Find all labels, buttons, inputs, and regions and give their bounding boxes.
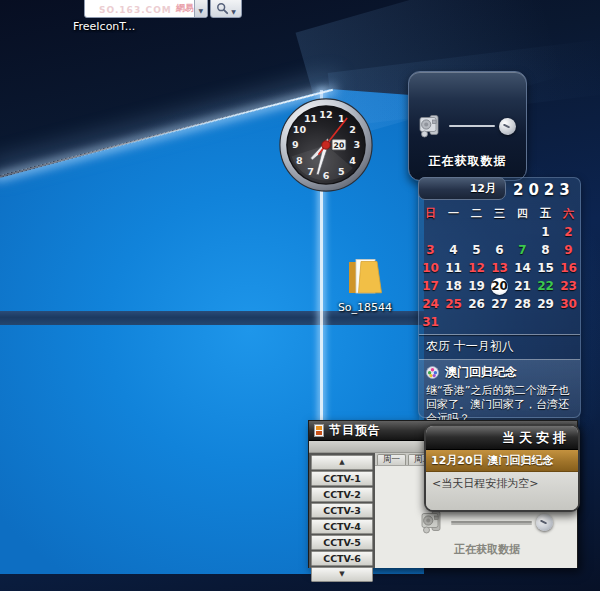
weekday-tab-1[interactable]: 周一 xyxy=(377,454,406,465)
calendar-day-9[interactable]: 9 xyxy=(557,241,580,259)
calendar-day-empty xyxy=(419,223,442,241)
calendar-day-31[interactable]: 31 xyxy=(419,313,442,331)
channel-scroll-down-button[interactable]: ▼ xyxy=(311,567,373,582)
calendar-day-13[interactable]: 13 xyxy=(488,259,511,277)
clock-gadget[interactable]: 121234567891011 20 xyxy=(278,97,374,193)
day-number: 17 xyxy=(422,280,439,292)
channel-button-cctv-5[interactable]: CCTV-5 xyxy=(311,535,373,550)
calendar-weekday-row: 日一二三四五六 xyxy=(419,206,580,221)
calendar-day-14[interactable]: 14 xyxy=(511,259,534,277)
day-number: 30 xyxy=(560,298,577,310)
calendar-day-25[interactable]: 25 xyxy=(442,295,465,313)
svg-text:3: 3 xyxy=(353,139,360,150)
channel-button-cctv-3[interactable]: CCTV-3 xyxy=(311,503,373,518)
calendar-day-empty xyxy=(465,223,488,241)
tv-radio-slider xyxy=(421,510,553,534)
weekday-label: 三 xyxy=(488,206,511,221)
channel-button-cctv-1[interactable]: CCTV-1 xyxy=(311,471,373,486)
svg-text:11: 11 xyxy=(304,113,317,124)
calendar-day-20[interactable]: 20 xyxy=(488,277,511,295)
calendar-day-1[interactable]: 1 xyxy=(534,223,557,241)
radio-knob[interactable] xyxy=(499,118,516,135)
svg-text:6: 6 xyxy=(323,170,330,181)
day-number: 29 xyxy=(537,298,554,310)
svg-text:8: 8 xyxy=(296,155,303,166)
calendar-month-selector[interactable]: 12月 xyxy=(418,177,506,200)
channel-scroll-up-button[interactable]: ▲ xyxy=(311,455,373,470)
calendar-day-2[interactable]: 2 xyxy=(557,223,580,241)
clock-center-cap xyxy=(322,141,330,149)
calendar-day-16[interactable]: 16 xyxy=(557,259,580,277)
channel-button-cctv-4[interactable]: CCTV-4 xyxy=(311,519,373,534)
day-number: 25 xyxy=(445,298,462,310)
schedule-gadget[interactable]: 当天安排 12月20日 澳门回归纪念 <当天日程安排为空> xyxy=(424,424,580,512)
channel-button-cctv-6[interactable]: CCTV-6 xyxy=(311,551,373,566)
calendar-event-title: 澳门回归纪念 xyxy=(445,364,517,381)
channel-button-cctv-2[interactable]: CCTV-2 xyxy=(311,487,373,502)
calendar-day-empty xyxy=(488,223,511,241)
calendar-day-27[interactable]: 27 xyxy=(488,295,511,313)
day-number: 27 xyxy=(491,298,508,310)
calendar-day-empty xyxy=(442,223,465,241)
calendar-day-12[interactable]: 12 xyxy=(465,259,488,277)
weekday-label: 一 xyxy=(442,206,465,221)
day-number: 2 xyxy=(564,226,572,238)
search-history-dropdown-button[interactable]: ▼ xyxy=(194,0,207,17)
day-number: 23 xyxy=(560,280,577,292)
calendar-day-19[interactable]: 19 xyxy=(465,277,488,295)
calendar-day-10[interactable]: 10 xyxy=(419,259,442,277)
chevron-down-icon: ▼ xyxy=(231,8,236,15)
desktop-icon-folder[interactable]: So_18544 xyxy=(336,257,394,314)
day-number: 21 xyxy=(514,280,531,292)
calendar-day-6[interactable]: 6 xyxy=(488,241,511,259)
svg-text:12: 12 xyxy=(319,109,332,120)
day-number: 18 xyxy=(445,280,462,292)
schedule-event-bar[interactable]: 12月20日 澳门回归纪念 xyxy=(426,450,578,472)
radio-slider-track xyxy=(449,125,495,127)
calendar-day-26[interactable]: 26 xyxy=(465,295,488,313)
calendar-day-11[interactable]: 11 xyxy=(442,259,465,277)
search-input[interactable]: SO.163.COM 網易 ▼ xyxy=(84,0,208,18)
tv-guide-icon xyxy=(314,424,324,437)
calendar-day-3[interactable]: 3 xyxy=(419,241,442,259)
calendar-day-7[interactable]: 7 xyxy=(511,241,534,259)
day-number: 24 xyxy=(422,298,439,310)
calendar-day-15[interactable]: 15 xyxy=(534,259,557,277)
radio-gadget[interactable]: 正在获取数据 xyxy=(408,71,527,181)
search-input-text[interactable]: SO.163.COM 網易 xyxy=(85,0,194,17)
weekday-label: 四 xyxy=(511,206,534,221)
day-number: 22 xyxy=(537,280,554,292)
calendar-day-21[interactable]: 21 xyxy=(511,277,534,295)
calendar-day-18[interactable]: 18 xyxy=(442,277,465,295)
svg-text:10: 10 xyxy=(293,124,307,135)
calendar-day-29[interactable]: 29 xyxy=(534,295,557,313)
calendar-day-5[interactable]: 5 xyxy=(465,241,488,259)
day-number: 15 xyxy=(537,262,554,274)
desktop-icon-freeicont[interactable]: FreeIconT... xyxy=(73,20,135,33)
svg-text:4: 4 xyxy=(349,155,356,166)
search-toolbar: SO.163.COM 網易 ▼ ▼ xyxy=(84,0,242,18)
calendar-day-30[interactable]: 30 xyxy=(557,295,580,313)
calendar-month-label: 12月 xyxy=(470,181,496,196)
svg-text:7: 7 xyxy=(307,166,314,177)
calendar-day-28[interactable]: 28 xyxy=(511,295,534,313)
tv-guide-title: 节目预告 xyxy=(329,422,381,439)
tv-radio-knob[interactable] xyxy=(536,514,553,531)
calendar-day-17[interactable]: 17 xyxy=(419,277,442,295)
calendar-day-24[interactable]: 24 xyxy=(419,295,442,313)
calendar-gadget[interactable]: 12月 2023 日一二三四五六 12345678910111213141516… xyxy=(418,177,581,418)
search-go-button[interactable]: ▼ xyxy=(210,0,242,18)
day-number: 13 xyxy=(491,262,508,274)
desktop: SO.163.COM 網易 ▼ ▼ FreeIconT... xyxy=(0,0,600,591)
weekday-label: 五 xyxy=(534,206,557,221)
weekday-label: 六 xyxy=(557,206,580,221)
schedule-empty-text: <当天日程安排为空> xyxy=(426,472,578,510)
calendar-day-4[interactable]: 4 xyxy=(442,241,465,259)
schedule-header[interactable]: 当天安排 xyxy=(426,426,578,450)
search-icon xyxy=(216,2,229,15)
calendar-day-23[interactable]: 23 xyxy=(557,277,580,295)
calendar-day-8[interactable]: 8 xyxy=(534,241,557,259)
calendar-day-22[interactable]: 22 xyxy=(534,277,557,295)
weekday-label: 日 xyxy=(419,206,442,221)
day-number: 4 xyxy=(449,244,457,256)
